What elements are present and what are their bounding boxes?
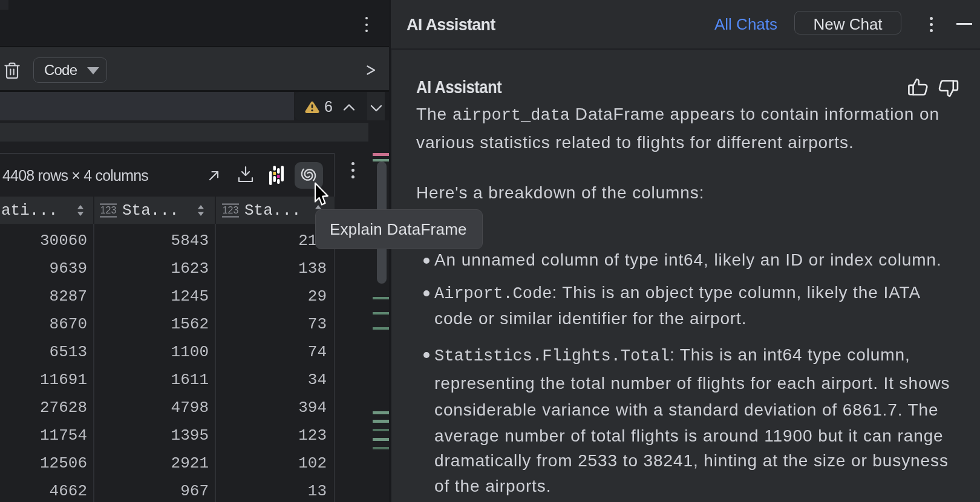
svg-text:123: 123 [223, 205, 239, 215]
svg-text:123: 123 [100, 205, 117, 215]
